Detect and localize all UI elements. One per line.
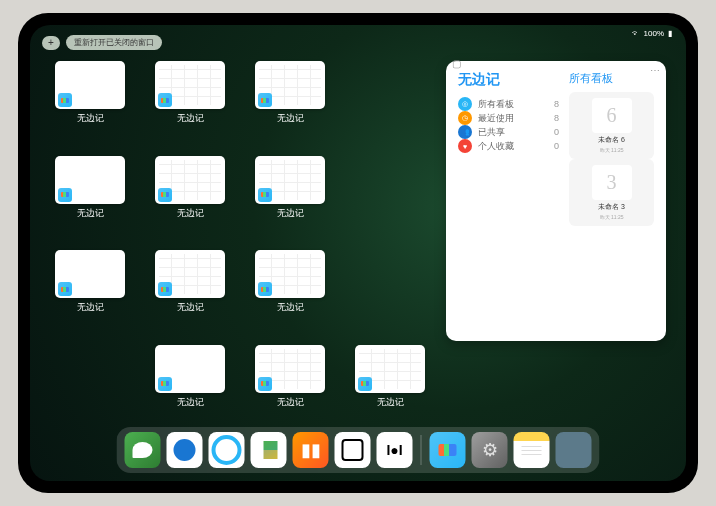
window-label: 无边记: [77, 301, 104, 314]
widget-title: 无边记: [458, 71, 559, 89]
app-window[interactable]: 无边记: [350, 345, 430, 426]
app-window[interactable]: 无边记: [150, 250, 230, 331]
window-label: 无边记: [377, 396, 404, 409]
category-icon: ◎: [458, 97, 472, 111]
freeform-app-icon: [358, 377, 372, 391]
app-window[interactable]: 无边记: [50, 156, 130, 237]
dock-app-library-icon[interactable]: [556, 432, 592, 468]
boards-title: 所有看板: [569, 71, 654, 86]
freeform-app-icon: [58, 282, 72, 296]
board-timestamp: 昨天 11:25: [600, 214, 624, 220]
window-label: 无边记: [177, 396, 204, 409]
app-window[interactable]: 无边记: [50, 61, 130, 142]
more-icon[interactable]: ⋯: [650, 65, 660, 76]
window-label: 无边记: [277, 396, 304, 409]
window-thumbnail: [55, 250, 125, 298]
app-window[interactable]: 无边记: [50, 250, 130, 331]
reopen-closed-window-button[interactable]: 重新打开已关闭的窗口: [66, 35, 162, 50]
app-window[interactable]: 无边记: [250, 250, 330, 331]
window-label: 无边记: [77, 112, 104, 125]
widget-sidebar: 无边记 ◎所有看板8◷最近使用8👥已共享0♥个人收藏0: [458, 71, 559, 331]
ipad-device: ᯤ 100% ▮ + 重新打开已关闭的窗口 无边记无边记无边记无边记无边记无边记…: [18, 13, 698, 493]
window-thumbnail: [255, 250, 325, 298]
dock-books-icon[interactable]: ▮▮: [293, 432, 329, 468]
dock-settings-icon[interactable]: ⚙: [472, 432, 508, 468]
category-label: 所有看板: [478, 98, 514, 111]
dock: ▮▮I●I⚙: [117, 427, 600, 473]
dock-browser-icon[interactable]: [209, 432, 245, 468]
new-window-button[interactable]: +: [42, 36, 60, 50]
board-preview: 3: [592, 165, 632, 200]
category-count: 0: [554, 141, 559, 151]
freeform-app-icon: [258, 188, 272, 202]
category-count: 8: [554, 99, 559, 109]
screen: ᯤ 100% ▮ + 重新打开已关闭的窗口 无边记无边记无边记无边记无边记无边记…: [30, 25, 686, 481]
board-label: 未命名 3: [598, 202, 625, 212]
app-window[interactable]: 无边记: [150, 156, 230, 237]
window-label: 无边记: [277, 207, 304, 220]
window-thumbnail: [55, 156, 125, 204]
app-window[interactable]: 无边记: [150, 61, 230, 142]
wifi-icon: ᯤ: [632, 29, 640, 38]
dock-freeform-icon[interactable]: [430, 432, 466, 468]
window-label: 无边记: [77, 207, 104, 220]
app-window[interactable]: 无边记: [250, 345, 330, 426]
window-thumbnail: [355, 345, 425, 393]
window-thumbnail: [155, 61, 225, 109]
freeform-app-icon: [158, 282, 172, 296]
window-thumbnail: [155, 250, 225, 298]
dock-dice-icon[interactable]: [335, 432, 371, 468]
window-grid: 无边记无边记无边记无边记无边记无边记无边记无边记无边记无边记无边记无边记: [50, 61, 430, 425]
sidebar-item[interactable]: ◎所有看板8: [458, 97, 559, 111]
sidebar-item[interactable]: ◷最近使用8: [458, 111, 559, 125]
board-preview: 6: [592, 98, 632, 133]
sidebar-item[interactable]: 👥已共享0: [458, 125, 559, 139]
dock-kiwi-icon[interactable]: I●I: [377, 432, 413, 468]
window-thumbnail: [55, 61, 125, 109]
category-label: 已共享: [478, 126, 505, 139]
battery-icon: ▮: [668, 29, 672, 38]
freeform-app-icon: [58, 188, 72, 202]
category-icon: ◷: [458, 111, 472, 125]
app-window[interactable]: 无边记: [250, 156, 330, 237]
window-label: 无边记: [177, 112, 204, 125]
widget-icon: ▢: [452, 58, 461, 69]
category-label: 最近使用: [478, 112, 514, 125]
freeform-app-icon: [158, 377, 172, 391]
window-label: 无边记: [277, 112, 304, 125]
status-bar: ᯤ 100% ▮: [632, 29, 672, 38]
content-area: 无边记无边记无边记无边记无边记无边记无边记无边记无边记无边记无边记无边记 ▢ ⋯…: [50, 61, 666, 425]
board-item[interactable]: 3未命名 3昨天 11:25: [569, 159, 654, 226]
category-label: 个人收藏: [478, 140, 514, 153]
dock-divider: [421, 435, 422, 465]
freeform-app-icon: [58, 93, 72, 107]
battery-label: 100%: [644, 29, 664, 38]
app-window[interactable]: 无边记: [250, 61, 330, 142]
freeform-app-icon: [158, 188, 172, 202]
window-thumbnail: [255, 345, 325, 393]
window-label: 无边记: [177, 301, 204, 314]
window-thumbnail: [255, 61, 325, 109]
freeform-widget[interactable]: ▢ ⋯ 无边记 ◎所有看板8◷最近使用8👥已共享0♥个人收藏0 所有看板 6未命…: [446, 61, 666, 341]
dock-quark-icon[interactable]: [167, 432, 203, 468]
category-icon: ♥: [458, 139, 472, 153]
dock-notes-icon[interactable]: [514, 432, 550, 468]
board-item[interactable]: 6未命名 6昨天 11:25: [569, 92, 654, 159]
category-icon: 👥: [458, 125, 472, 139]
top-bar: + 重新打开已关闭的窗口: [42, 35, 162, 50]
widget-boards: 所有看板 6未命名 6昨天 11:253未命名 3昨天 11:25: [569, 71, 654, 331]
window-label: 无边记: [277, 301, 304, 314]
window-thumbnail: [155, 156, 225, 204]
board-timestamp: 昨天 11:25: [600, 147, 624, 153]
app-window[interactable]: 无边记: [150, 345, 230, 426]
freeform-app-icon: [258, 93, 272, 107]
freeform-app-icon: [258, 377, 272, 391]
window-label: 无边记: [177, 207, 204, 220]
dock-wechat-icon[interactable]: [125, 432, 161, 468]
freeform-app-icon: [158, 93, 172, 107]
window-thumbnail: [255, 156, 325, 204]
board-label: 未命名 6: [598, 135, 625, 145]
window-thumbnail: [155, 345, 225, 393]
dock-play-store-icon[interactable]: [251, 432, 287, 468]
sidebar-item[interactable]: ♥个人收藏0: [458, 139, 559, 153]
